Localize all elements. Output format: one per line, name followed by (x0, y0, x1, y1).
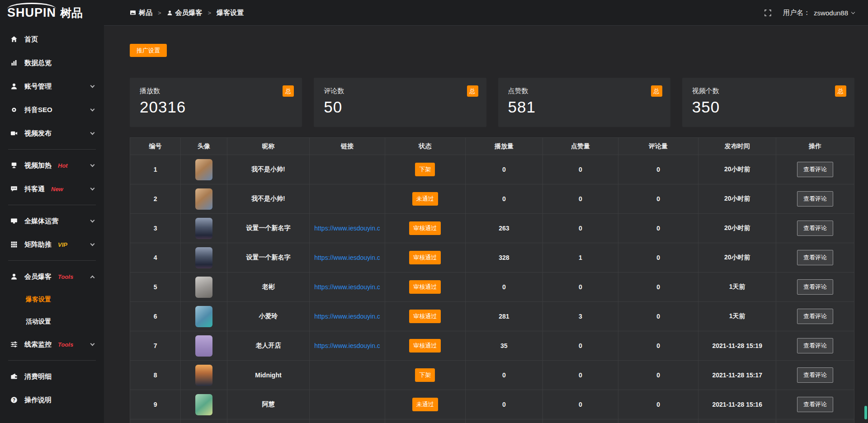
cell-actions: 查看评论 (776, 214, 854, 243)
scrollbar-thumb[interactable] (864, 406, 867, 419)
cell-nickname: 老人开店 (227, 331, 310, 361)
fullscreen-icon[interactable] (764, 9, 771, 16)
stat-label: 点赞数 (508, 87, 660, 95)
cell-number (130, 419, 181, 423)
sidebar-item-expense-detail[interactable]: 消费明细 (0, 365, 104, 388)
status-badge: 下架 (415, 368, 435, 382)
cell-plays: 0 (465, 155, 542, 184)
sidebar-item-instructions[interactable]: ? 操作说明 (0, 388, 104, 412)
cell-link: https://www.iesdouyin.c (310, 331, 385, 361)
cell-likes (543, 419, 618, 423)
cell-nickname: 设置一个新名字 (227, 243, 310, 273)
sidebar-item-clue-monitor[interactable]: 线索监控 Tools (0, 333, 104, 356)
sidebar-subitem-label: 爆客设置 (26, 296, 51, 304)
cell-likes: 0 (543, 214, 618, 243)
avatar (195, 247, 212, 268)
video-link[interactable]: https://www.iesdouyin.c (314, 225, 380, 232)
view-comments-button[interactable]: 查看评论 (797, 221, 833, 236)
cell-time: 20小时前 (698, 184, 776, 214)
stat-label: 视频个数 (692, 87, 844, 95)
avatar (195, 394, 212, 415)
cell-number: 7 (130, 331, 181, 361)
sidebar-item-video-heat[interactable]: 视频加热 Hot (0, 154, 104, 177)
cell-avatar (181, 302, 227, 331)
sidebar-item-data-overview[interactable]: 数据总览 (0, 51, 104, 75)
table-row: 7 老人开店 https://www.iesdouyin.c 审核通过 35 0… (130, 331, 854, 361)
cell-time: 2021-11-28 15:19 (698, 331, 776, 361)
sidebar-item-label: 抖音SEO (24, 106, 52, 114)
view-comments-button[interactable]: 查看评论 (797, 250, 833, 265)
breadcrumb-item-shupin[interactable]: 树品 (130, 9, 152, 17)
sidebar-item-home[interactable]: 首页 (0, 28, 104, 51)
cell-likes: 0 (543, 331, 618, 361)
sidebar-item-all-media[interactable]: 全媒体运营 (0, 209, 104, 233)
cell-comments: 0 (618, 243, 698, 273)
avatar (195, 159, 212, 180)
stat-label: 播放数 (140, 87, 292, 95)
sidebar-item-douyin-seo[interactable]: 抖音SEO (0, 98, 104, 122)
breadcrumb-item-member-baoke[interactable]: 会员爆客 (167, 9, 203, 17)
cell-link: https://www.iesdouyin.c (310, 302, 385, 331)
status-badge: 审核通过 (409, 221, 441, 235)
cell-comments: 0 (618, 331, 698, 361)
bar-chart-icon (10, 59, 18, 67)
cell-actions: 查看评论 (776, 331, 854, 361)
cell-plays (465, 419, 542, 423)
cell-actions: 查看评论 (776, 361, 854, 390)
view-comments-button[interactable]: 查看评论 (797, 162, 833, 177)
cell-time: 1天前 (698, 273, 776, 302)
sidebar-item-label: 视频发布 (24, 129, 52, 138)
video-link[interactable]: https://www.iesdouyin.c (314, 313, 380, 320)
view-comments-button[interactable]: 查看评论 (797, 191, 833, 207)
video-link[interactable]: https://www.iesdouyin.c (314, 342, 380, 349)
chevron-down-icon (90, 163, 95, 167)
avatar (195, 218, 212, 239)
status-badge: 下架 (415, 163, 435, 176)
sidebar-item-label: 会员爆客 (24, 273, 52, 281)
main-area: 树品 > 会员爆客 > 爆客设置 用户名：zswodun88 推广设置 (104, 0, 868, 423)
stat-card-videos: 视频个数 350 总 (682, 78, 854, 127)
cell-link: https://www.iesdouyin.c (310, 214, 385, 243)
cell-status: 未通过 (385, 390, 465, 419)
view-comments-button[interactable]: 查看评论 (797, 367, 833, 383)
view-comments-button[interactable]: 查看评论 (797, 397, 833, 412)
cell-actions: 查看评论 (776, 184, 854, 214)
view-comments-button[interactable]: 查看评论 (797, 309, 833, 324)
cell-actions: 查看评论 (776, 302, 854, 331)
video-link[interactable]: https://www.iesdouyin.c (314, 283, 380, 291)
avatar (195, 365, 212, 386)
sidebar-subitem-activity-settings[interactable]: 活动设置 (0, 310, 104, 333)
sidebar-item-matrix-boost[interactable]: 矩阵助推 VIP (0, 233, 104, 256)
user-icon (10, 273, 18, 281)
cell-plays: 0 (465, 361, 542, 390)
total-badge: 总 (467, 85, 478, 97)
page-content: 推广设置 播放数 20316 总 评论数 50 总 点赞数 581 总 视频个数… (104, 26, 868, 423)
app-logo: SHUPIN 树品 (0, 0, 104, 26)
avatar (195, 335, 212, 357)
question-circle-icon: ? (10, 396, 18, 404)
chevron-down-icon (90, 186, 95, 191)
sidebar-item-video-publish[interactable]: 视频发布 (0, 122, 104, 145)
cell-actions (776, 419, 854, 423)
view-comments-button[interactable]: 查看评论 (797, 279, 833, 295)
cell-plays: 263 (465, 214, 542, 243)
col-nickname: 昵称 (227, 138, 310, 155)
sidebar-item-douketong[interactable]: 抖客通 New (0, 177, 104, 201)
cell-time: 2021-11-28 15:17 (698, 361, 776, 390)
sidebar-item-member-baoke[interactable]: 会员爆客 Tools (0, 265, 104, 288)
stat-card-likes: 点赞数 581 总 (498, 78, 670, 127)
table-row: 2 我不是小帅! 未通过 0 0 0 20小时前 查看评论 (130, 184, 854, 214)
svg-text:?: ? (12, 398, 15, 403)
logo-text-cn: 树品 (60, 7, 83, 19)
cell-nickname: 老彬 (227, 273, 310, 302)
cell-link (310, 184, 385, 214)
sidebar-subitem-baoke-settings[interactable]: 爆客设置 (0, 288, 104, 310)
view-comments-button[interactable]: 查看评论 (797, 338, 833, 353)
cell-nickname: 我不是小帅! (227, 184, 310, 214)
cell-actions: 查看评论 (776, 390, 854, 419)
video-link[interactable]: https://www.iesdouyin.c (314, 254, 380, 261)
promote-settings-button[interactable]: 推广设置 (130, 44, 167, 57)
username-dropdown[interactable]: 用户名：zswodun88 (783, 9, 854, 17)
cell-avatar (181, 214, 227, 243)
sidebar-item-account-management[interactable]: 账号管理 (0, 75, 104, 98)
